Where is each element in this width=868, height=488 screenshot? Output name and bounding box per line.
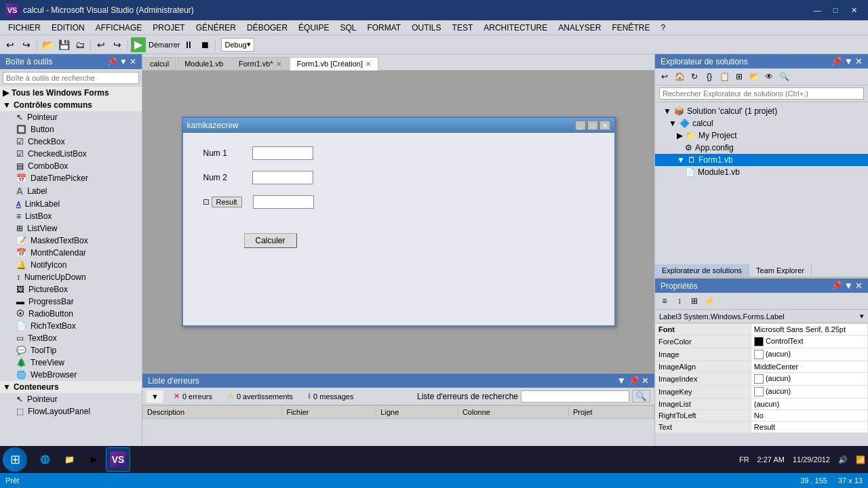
props-btn-props[interactable]: ⊞: [688, 294, 701, 308]
props-pin[interactable]: 📌: [831, 281, 842, 291]
se-btn1[interactable]: ↩: [658, 70, 671, 83]
prop-value-font[interactable]: Microsoft Sans Serif, 8.25pt: [751, 324, 867, 336]
menu-format[interactable]: FORMAT: [361, 20, 406, 35]
se-tab-explorer[interactable]: Explorateur de solutions: [655, 264, 749, 277]
menu-fenetre[interactable]: FENÊTRE: [606, 20, 655, 35]
toolbox-container-pointeur[interactable]: ↖Pointeur: [0, 393, 142, 405]
toolbar-save-all[interactable]: 🗂: [73, 37, 87, 52]
se-close[interactable]: ✕: [855, 56, 863, 66]
menu-outils[interactable]: OUTILS: [406, 20, 446, 35]
se-btn8[interactable]: 👁: [762, 70, 776, 83]
toolbox-item-linklabel[interactable]: ALinkLabel: [0, 198, 142, 210]
maximize-button[interactable]: □: [827, 3, 844, 17]
tab-form1-vb-close[interactable]: ✕: [276, 60, 281, 68]
error-search-input[interactable]: [521, 390, 629, 403]
toolbox-item-notifyicon[interactable]: 🔔NotifyIcon: [0, 259, 142, 271]
toolbar-open[interactable]: 📂: [40, 37, 55, 52]
taskbar-explorer[interactable]: 📁: [57, 447, 81, 472]
form-window[interactable]: kamikazecrew _ □ ✕ Num 1 Num: [182, 117, 616, 327]
toolbar-redo[interactable]: ↪: [110, 37, 125, 52]
menu-fichier[interactable]: FICHIER: [3, 20, 46, 35]
designer-canvas[interactable]: kamikazecrew _ □ ✕ Num 1 Num: [142, 70, 654, 373]
prop-value-righttoleft[interactable]: No: [751, 410, 867, 422]
start-button-taskbar[interactable]: ⊞: [3, 447, 27, 472]
tab-calcul[interactable]: calcul: [142, 57, 176, 70]
tab-form1-creation[interactable]: Form1.vb [Création] ✕: [290, 57, 378, 70]
debug-dropdown[interactable]: Debug ▾: [221, 38, 254, 52]
toolbox-cat-all[interactable]: ▶ Tous les Windows Forms: [0, 87, 142, 99]
menu-architecture[interactable]: ARCHITECTURE: [478, 20, 553, 35]
toolbox-item-picturebox[interactable]: 🖼PictureBox: [0, 283, 142, 296]
textbox-result[interactable]: [253, 195, 314, 209]
toolbox-cat-common[interactable]: ▼ Contrôles communs: [0, 99, 142, 111]
props-menu[interactable]: ▼: [844, 281, 853, 291]
toolbar-back[interactable]: ↩: [3, 37, 18, 52]
form-close[interactable]: ✕: [599, 121, 610, 130]
warnings-count-btn[interactable]: ⚠ 0 avertissements: [222, 390, 298, 403]
se-btn5[interactable]: 📋: [717, 70, 731, 83]
error-filter-btn[interactable]: ▼: [146, 390, 163, 403]
props-btn-events[interactable]: ⚡: [703, 294, 716, 308]
menu-generer[interactable]: GÉNÉRER: [191, 20, 241, 35]
error-panel-pin[interactable]: 📌: [628, 375, 639, 386]
form-minimize[interactable]: _: [575, 121, 586, 130]
menu-analyser[interactable]: ANALYSER: [553, 20, 606, 35]
textbox-num2[interactable]: [252, 171, 313, 184]
tree-item-appconfig[interactable]: ⚙ App.config: [655, 142, 868, 154]
prop-value-imageindex[interactable]: (aucun): [751, 373, 867, 386]
toolbox-item-checkbox[interactable]: ☑CheckBox: [0, 136, 142, 148]
toolbox-item-button[interactable]: 🔲Button: [0, 123, 142, 136]
tree-item-solution[interactable]: ▼ 📦 Solution 'calcul' (1 projet): [655, 105, 868, 117]
error-panel-close[interactable]: ✕: [642, 375, 649, 386]
toolbox-item-combobox[interactable]: ▤ComboBox: [0, 160, 142, 172]
prop-value-imagekey[interactable]: (aucun): [751, 386, 867, 399]
toolbox-search-input[interactable]: [3, 72, 139, 84]
se-search-input[interactable]: [659, 87, 864, 100]
toolbar-undo[interactable]: ↩: [94, 37, 108, 52]
tab-form1-vb[interactable]: Form1.vb* ✕: [231, 57, 289, 70]
props-btn-categ[interactable]: ≡: [658, 294, 671, 308]
toolbar-forward[interactable]: ↪: [19, 37, 34, 52]
toolbox-item-datetimepicker[interactable]: 📅DateTimePicker: [0, 172, 142, 184]
prop-value-image[interactable]: (aucun): [751, 348, 867, 361]
prop-value-imagealign[interactable]: MiddleCenter: [751, 361, 867, 373]
textbox-num1[interactable]: [252, 146, 313, 160]
tree-item-calcul[interactable]: ▼ 🔷 calcul: [655, 117, 868, 129]
toolbox-item-radiobutton[interactable]: ⦿RadioButton: [0, 308, 142, 320]
menu-test[interactable]: TEST: [447, 20, 479, 35]
props-btn-alpha[interactable]: ↕: [673, 294, 686, 308]
tab-form1-creation-close[interactable]: ✕: [366, 60, 371, 68]
toolbox-item-treeview[interactable]: 🌲TreeView: [0, 357, 142, 369]
taskbar-vs[interactable]: VS: [106, 447, 130, 472]
prop-value-forecolor[interactable]: ControlText: [751, 336, 867, 348]
close-button[interactable]: ✕: [845, 3, 863, 17]
toolbox-pin[interactable]: 📌: [107, 57, 117, 66]
se-tab-team[interactable]: Team Explorer: [749, 264, 812, 277]
se-btn2[interactable]: 🏠: [673, 70, 686, 83]
toolbox-menu[interactable]: ▼: [119, 57, 127, 66]
stop-button[interactable]: ⏹: [197, 37, 212, 52]
error-search-btn[interactable]: 🔍: [632, 390, 650, 403]
menu-debugger[interactable]: DÉBOGER: [241, 20, 293, 35]
se-search[interactable]: 🔍: [777, 70, 791, 83]
toolbox-item-label[interactable]: ALabel: [0, 184, 142, 198]
toolbox-item-progressbar[interactable]: ▬ProgressBar: [0, 296, 142, 308]
tree-item-module1[interactable]: 📄 Module1.vb: [655, 166, 868, 178]
tree-item-myproject[interactable]: ▶ 📁 My Project: [655, 129, 868, 142]
toolbox-cat-containers[interactable]: ▼ Conteneurs: [0, 381, 142, 393]
se-btn7[interactable]: 📂: [747, 70, 761, 83]
button-calculer[interactable]: Calculer: [244, 233, 297, 248]
form-maximize[interactable]: □: [587, 121, 598, 130]
start-button[interactable]: ▶: [131, 37, 146, 52]
minimize-button[interactable]: —: [808, 3, 826, 17]
se-menu[interactable]: ▼: [844, 56, 853, 66]
prop-value-text[interactable]: Result: [751, 422, 867, 433]
menu-affichage[interactable]: AFFICHAGE: [90, 20, 148, 35]
toolbox-item-maskedtextbox[interactable]: 📝MaskedTextBox: [0, 235, 142, 247]
toolbox-item-webbrowser[interactable]: 🌐WebBrowser: [0, 369, 142, 381]
toolbox-item-numericupdown[interactable]: ↕NumericUpDown: [0, 271, 142, 283]
menu-edition[interactable]: EDITION: [46, 20, 90, 35]
taskbar-ie[interactable]: 🌐: [33, 447, 57, 472]
toolbox-item-listbox[interactable]: ≡ListBox: [0, 210, 142, 222]
toolbox-container-flowlayout[interactable]: ⬚FlowLayoutPanel: [0, 405, 142, 418]
